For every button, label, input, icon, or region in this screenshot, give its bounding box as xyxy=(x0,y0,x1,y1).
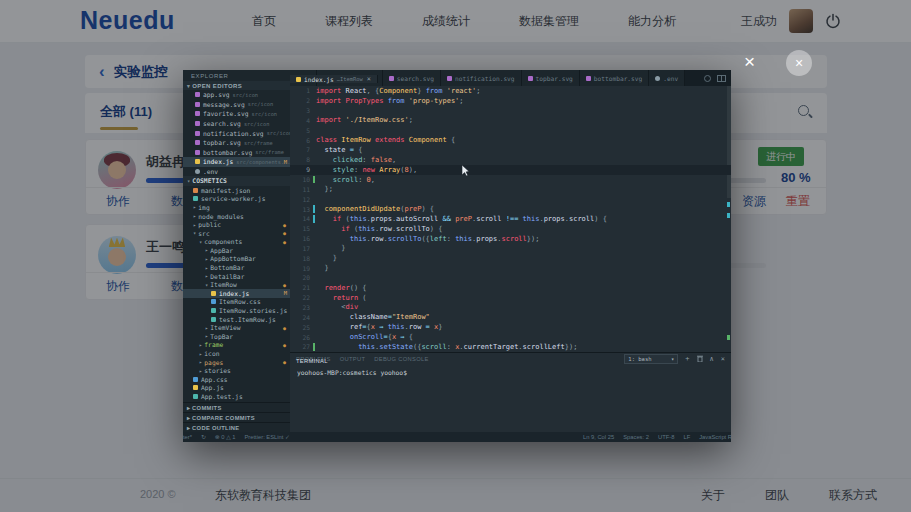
layout-icon[interactable] xyxy=(704,75,711,82)
status-item[interactable]: master* xyxy=(183,434,192,440)
editor-tab[interactable]: topbar.svg xyxy=(522,70,580,86)
tree-item[interactable]: ▸stories xyxy=(183,366,290,375)
split-editor-icon[interactable] xyxy=(717,75,726,82)
terminal-tab[interactable]: TERMINAL xyxy=(296,358,328,364)
code-editor[interactable]: 1import React, {Component} from 'react';… xyxy=(290,86,731,352)
open-editor-item[interactable]: topbar.svgsrc/frame xyxy=(183,138,290,148)
tree-item[interactable]: ▸AppBottomBar xyxy=(183,255,290,264)
open-editor-item[interactable]: favorite.svgsrc/icon xyxy=(183,109,290,119)
code-line: 26 onScroll={x ⇒ { xyxy=(290,332,731,342)
jst-file-icon xyxy=(193,394,198,399)
tree-item[interactable]: ▸frame● xyxy=(183,341,290,350)
js-file-icon xyxy=(195,159,200,164)
tree-item[interactable]: App.test.js xyxy=(183,392,290,401)
tree-item[interactable]: ▸TopBar xyxy=(183,332,290,341)
code-text: import './ItemRow.css'; xyxy=(316,116,413,124)
file-path: src/icon xyxy=(267,130,291,136)
new-terminal-icon[interactable]: + xyxy=(685,356,689,363)
status-item[interactable]: ↻ xyxy=(201,434,206,440)
code-token: this xyxy=(455,235,472,243)
tree-item[interactable]: ▸pages● xyxy=(183,358,290,367)
tree-item[interactable]: App.js xyxy=(183,384,290,393)
code-token: React xyxy=(346,87,367,95)
line-number: 23 xyxy=(290,304,316,311)
tree-item[interactable]: App.css xyxy=(183,375,290,384)
tree-item[interactable]: manifest.json xyxy=(183,186,290,195)
file-name: favorite.svg xyxy=(203,110,249,117)
editor-tab[interactable]: index.js…ItemRow× xyxy=(290,75,378,83)
status-item[interactable]: JavaScript React xyxy=(699,434,731,440)
tree-item-label: icon xyxy=(204,350,219,357)
terminal-tab[interactable]: OUTPUT xyxy=(340,356,366,362)
line-number: 11 xyxy=(290,186,316,193)
line-number: 15 xyxy=(290,225,316,232)
code-token: ) { xyxy=(421,205,434,213)
code-token: { xyxy=(409,333,413,341)
tree-item-label: src xyxy=(198,230,209,237)
code-token: scrollLeft xyxy=(523,343,565,351)
sidebar-section[interactable]: ▸ COMPARE COMMITS xyxy=(183,412,290,422)
editor-tab[interactable]: notification.svg xyxy=(441,70,522,86)
tree-item[interactable]: ▸img xyxy=(183,203,290,212)
code-text: scroll: 0, xyxy=(316,176,375,184)
code-token: style xyxy=(316,166,354,174)
line-number: 8 xyxy=(290,156,316,163)
terminal-prompt[interactable]: yoohoos-MBP:cosmetics yoohoo$ xyxy=(290,365,731,376)
open-editor-item[interactable]: message.svgsrc/icon xyxy=(183,100,290,110)
tree-item[interactable]: service-worker.js xyxy=(183,195,290,204)
code-text: import React, {Component} from 'react'; xyxy=(316,87,480,95)
shell-select[interactable]: 1: bash▾ xyxy=(624,354,678,364)
status-item[interactable]: UTF-8 xyxy=(658,434,674,440)
chevron-right-icon: ▸ xyxy=(205,325,208,331)
open-editor-item[interactable]: app.svgsrc/icon xyxy=(183,90,290,100)
panel-maximize-icon[interactable]: ∧ xyxy=(710,356,714,363)
code-token: ( xyxy=(362,294,366,302)
line-number: 3 xyxy=(290,107,316,114)
tree-item[interactable]: ▸public● xyxy=(183,220,290,229)
tree-item[interactable]: ▾src● xyxy=(183,229,290,238)
line-number: 16 xyxy=(290,235,316,242)
open-editor-item[interactable]: bottombar.svgsrc/frame xyxy=(183,148,290,158)
editor-tab[interactable]: bottombar.svg xyxy=(580,70,649,86)
tree-item[interactable]: ItemRow.stories.js xyxy=(183,306,290,315)
tree-item[interactable]: ▸ItemView● xyxy=(183,323,290,332)
status-item[interactable]: ⊗ 0 △ 1 xyxy=(215,434,236,440)
editor-tab[interactable]: search.svg xyxy=(383,70,441,86)
vscode-window: EXPLORER ▾ OPEN EDITORS app.svgsrc/iconm… xyxy=(183,70,731,442)
tree-item[interactable]: ▸icon xyxy=(183,349,290,358)
tree-item[interactable]: ▸AppBar xyxy=(183,246,290,255)
tab-hint: …ItemRow xyxy=(337,76,363,82)
status-item[interactable]: Ln 9, Col 25 xyxy=(583,434,614,440)
editor-tab[interactable]: .env xyxy=(649,70,685,86)
gutter-change-marker xyxy=(313,343,315,351)
sidebar-section[interactable]: ▸ COMMITS xyxy=(183,402,290,412)
close-icon[interactable]: × xyxy=(744,52,755,71)
panel-close-icon[interactable]: × xyxy=(721,356,725,363)
tree-item[interactable]: ▾ItemRow● xyxy=(183,280,290,289)
close-circle-icon[interactable]: × xyxy=(786,50,812,76)
open-editors-header[interactable]: ▾ OPEN EDITORS xyxy=(183,81,290,90)
tree-item[interactable]: ▸node_modules xyxy=(183,212,290,221)
trash-icon[interactable] xyxy=(697,355,703,364)
open-editor-item[interactable]: notification.svgsrc/icon xyxy=(183,128,290,138)
chevron-right-icon: ▸ xyxy=(193,222,196,228)
tree-item[interactable]: ▾components● xyxy=(183,238,290,247)
tree-item[interactable]: index.jsM xyxy=(183,289,290,298)
status-item[interactable]: Spaces: 2 xyxy=(623,434,649,440)
status-item[interactable]: LF xyxy=(683,434,690,440)
open-editor-item[interactable]: index.jssrc/components...M xyxy=(183,157,290,167)
tab-close-icon[interactable]: × xyxy=(367,75,371,83)
modified-dot-icon: ● xyxy=(283,222,286,228)
root-folder[interactable]: ▾ COSMETICS xyxy=(183,176,290,186)
status-item[interactable]: Prettier: ESLint ✓ xyxy=(244,434,289,440)
tree-item[interactable]: ItemRow.css xyxy=(183,298,290,307)
open-editor-item[interactable]: .env xyxy=(183,167,290,177)
tree-item[interactable]: ▸BottomBar xyxy=(183,263,290,272)
code-token: if xyxy=(316,215,346,223)
code-token: ({ xyxy=(421,235,429,243)
terminal-tab[interactable]: DEBUG CONSOLE xyxy=(374,356,428,362)
tree-item[interactable]: ▸DetailBar xyxy=(183,272,290,281)
tree-item[interactable]: test.ItemRow.js xyxy=(183,315,290,324)
open-editor-item[interactable]: search.svgsrc/icon xyxy=(183,119,290,129)
sidebar-section[interactable]: ▸ CODE OUTLINE xyxy=(183,422,290,432)
